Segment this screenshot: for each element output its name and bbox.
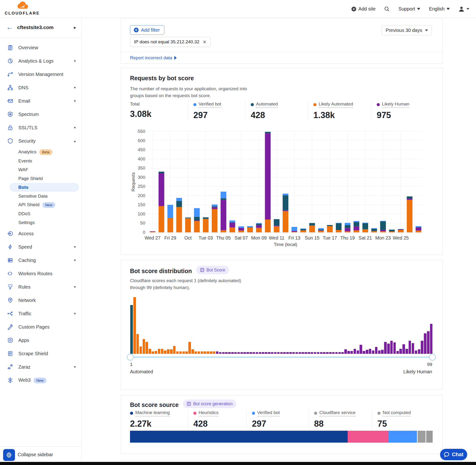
sidebar-item-speed[interactable]: Speed▾ [0,240,81,254]
chevron-right-icon[interactable]: ▸ [74,24,76,30]
distribution-bar [372,350,374,354]
sidebar-item-traffic[interactable]: Traffic▾ [0,307,81,320]
settings-gear-button[interactable] [3,449,15,461]
legend-dot [313,103,317,106]
close-icon[interactable]: ✕ [203,39,206,45]
distribution-bar [222,352,224,354]
language-menu[interactable]: English [429,6,450,12]
source-stacked-bar [130,431,433,443]
legend-dot [314,412,317,415]
sidebar-item-waf[interactable]: WAF [0,165,81,174]
beta-badge: Beta [39,149,52,155]
custom-icon [7,324,13,330]
slider-handle-max[interactable] [429,354,436,360]
version-icon [7,71,13,77]
stat-value: 1.38k [313,110,371,120]
support-menu[interactable]: Support [398,6,420,12]
cloudflare-logo[interactable]: CLOUDFLARE [5,1,41,17]
chevron-down-icon [466,8,469,10]
sidebar-item-apps[interactable]: Apps [0,334,81,347]
source-segment-cloudflare-service [417,431,425,443]
sidebar-item-scrape-shield[interactable]: Scrape Shield [0,347,81,360]
chevron-down-icon: ▾ [74,245,76,249]
bot-score-distribution-card: Bot score distribution Bot Score Cloudfl… [121,260,443,390]
distribution-bar [360,345,362,354]
distribution-bar [167,349,169,354]
sidebar-item-analytics-logs[interactable]: Analytics & Logs▾ [0,54,81,68]
svg-text:Mon 09: Mon 09 [251,235,267,241]
distribution-bar [354,349,356,354]
distribution-bar [329,352,331,354]
sidebar-item-email[interactable]: Email▾ [0,94,81,108]
stat-automated: Automated428 [245,101,308,120]
stat-value: 428 [251,110,308,120]
sidebar-item-caching[interactable]: Caching▾ [0,254,81,267]
sidebar-item-api-shield[interactable]: API ShieldNew [0,201,81,209]
report-incorrect-data-link[interactable]: Report incorrect data [130,55,177,61]
bot-score-badge[interactable]: Bot Score [196,266,229,274]
requests-bar-chart[interactable]: 050100150200250300350400450500550Wed 27F… [130,129,434,249]
score-range-slider[interactable] [130,356,433,358]
account-menu[interactable] [458,6,469,12]
sidebar-item-ssl-tls[interactable]: SSL/TLS▾ [0,121,81,134]
sidebar-item-analytics[interactable]: AnalyticsBeta [0,148,81,157]
book-icon [187,402,191,406]
add-site-button[interactable]: Add site [351,6,376,12]
distribution-description: Cloudflare scores each request 1 (defini… [130,277,241,284]
date-range-dropdown[interactable]: Previous 30 days [382,25,432,35]
stat-value: 2.27k [130,419,188,429]
sidebar-item-custom-pages[interactable]: Custom Pages [0,320,81,334]
source-card-title: Bot score source [130,402,179,408]
sidebar-item-bots[interactable]: Bots [0,183,81,192]
cloudflare-dashboard: CLOUDFLARE Add site Support English [0,0,476,465]
add-filter-button[interactable]: Add filter [130,25,164,35]
sidebar-item-page-shield[interactable]: Page Shield [0,174,81,183]
sidebar-item-access[interactable]: Access [0,227,81,240]
filter-chip[interactable]: IP does not equal 35.212.240.32 ✕ [130,37,211,47]
back-arrow-icon[interactable]: ← [6,24,13,31]
access-icon [7,231,13,237]
chevron-down-icon: ▾ [74,258,76,262]
scrape-icon [7,350,13,357]
distribution-bar [265,352,267,354]
sidebar-item-version-management[interactable]: Version Management [0,68,81,81]
sidebar-item-label: Network [18,298,36,303]
sidebar-item-label: Security [18,138,35,144]
distribution-histogram[interactable] [130,296,433,354]
slider-min-label: Automated [130,369,153,375]
bot-score-generation-badge[interactable]: Bot score generation [183,400,236,408]
distribution-bar [246,352,249,354]
sidebar-item-events[interactable]: Events [0,157,81,165]
collapse-sidebar-label[interactable]: Collapse sidebar [18,452,53,457]
chat-button[interactable]: Chat [440,449,467,460]
sidebar-item-settings[interactable]: Settings [0,218,81,227]
search-button[interactable] [384,6,390,12]
caching-icon [7,257,13,263]
speed-icon [7,244,13,250]
site-name[interactable]: cftestsite3.com [17,24,53,30]
sidebar-item-sensitive-data[interactable]: Sensitive Data [0,192,81,201]
sidebar-item-label: DDoS [18,211,31,216]
distribution-bar [283,352,286,354]
stat-machine-learning: Machine learning2.27k [130,410,188,429]
distribution-bar [396,351,399,354]
distribution-bar [326,352,328,354]
sidebar-item-spectrum[interactable]: Spectrum [0,108,81,121]
chevron-down-icon [446,8,450,10]
distribution-bar [262,352,264,354]
report-link-label: Report incorrect data [130,55,172,61]
sidebar-item-network[interactable]: Network [0,294,81,307]
sidebar-item-zaraz[interactable]: Zaraz▾ [0,360,81,374]
svg-text:0: 0 [143,230,145,235]
sidebar-item-rules[interactable]: Rules▾ [0,280,81,294]
sidebar-item-ddos[interactable]: DDoS [0,209,81,218]
source-stats-row: Machine learning2.27kHeuristics428Verifi… [130,410,434,429]
sidebar-item-overview[interactable]: Overview [0,41,81,54]
sidebar-item-dns[interactable]: DNS▾ [0,81,81,94]
sidebar-item-security[interactable]: Security▴ [0,134,81,148]
sidebar-item-workers-routes[interactable]: Workers Routes [0,267,81,280]
requests-card-description: The number of requests to your applicati… [130,85,247,92]
sidebar-item-web3[interactable]: Web3New [0,374,81,387]
distribution-bar [158,349,160,354]
slider-handle-min[interactable] [127,354,134,360]
